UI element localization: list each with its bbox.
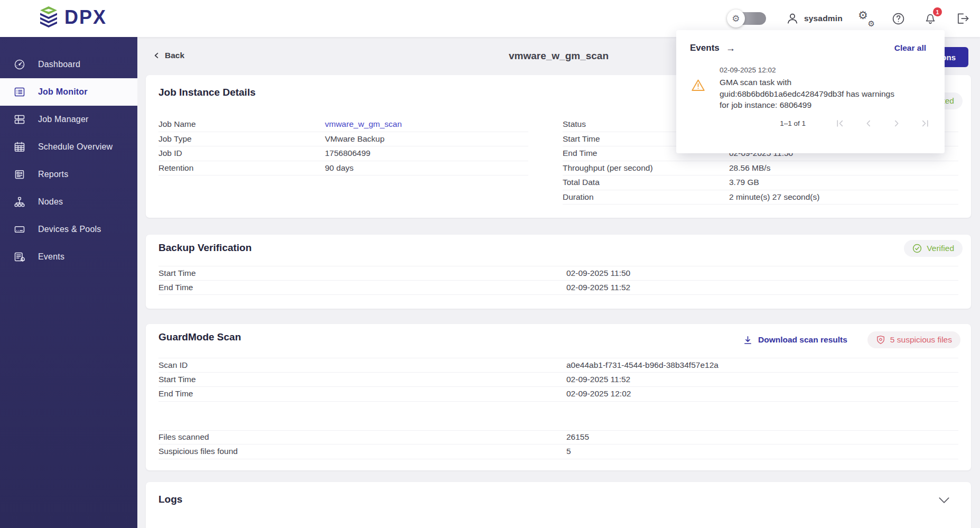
detail-row: End Time 02-09-2025 11:52 — [158, 281, 958, 295]
detail-row: Total Data 3.79 GB — [563, 175, 958, 190]
download-scan-results-link[interactable]: Download scan results — [743, 335, 847, 345]
events-popup: Events → Clear all 02-09-2025 12:02 GMA … — [676, 30, 945, 153]
schedule-icon — [13, 141, 26, 153]
sidebar-item-label: Dashboard — [38, 60, 80, 69]
detail-row: Job Type VMware Backup — [158, 132, 528, 147]
detail-row: Job ID 1756806499 — [158, 146, 528, 161]
sidebar-item-label: Job Manager — [38, 115, 89, 124]
dpx-logo-icon — [38, 6, 59, 29]
reports-icon — [13, 168, 26, 181]
row-label: End Time — [158, 283, 566, 292]
devices-icon — [13, 223, 26, 236]
clear-all-button[interactable]: Clear all — [894, 43, 926, 53]
event-message: guid:68b6bd6b1a6edc428479db3f has warnin… — [720, 88, 894, 100]
check-circle-icon — [912, 244, 922, 253]
detail-row: End Time 02-09-2025 12:02 — [158, 387, 958, 402]
sun-gear-icon: ⚙ — [727, 10, 745, 27]
user-icon — [786, 12, 799, 25]
event-item: 02-09-2025 12:02 GMA scan task with guid… — [690, 66, 930, 111]
logs-expand-button[interactable] — [938, 497, 950, 504]
event-message: GMA scan task with — [720, 77, 894, 88]
row-value: 5 — [566, 447, 571, 456]
previous-page-icon[interactable] — [864, 119, 873, 128]
detail-row: Scan ID a0e44ab1-f731-4544-b96d-38b34f57… — [158, 358, 958, 373]
sidebar-item-schedule-overview[interactable]: Schedule Overview — [0, 133, 137, 161]
row-value: 02-09-2025 11:52 — [566, 283, 630, 292]
sidebar-item-label: Job Monitor — [38, 87, 88, 97]
dpx-logo-text: DPX — [64, 8, 107, 27]
chevron-down-icon — [938, 497, 950, 504]
row-value: a0e44ab1-f731-4544-b96d-38b34f57e12a — [566, 360, 718, 370]
sidebar-item-nodes[interactable]: Nodes — [0, 188, 137, 216]
sidebar-item-label: Devices & Pools — [38, 225, 101, 234]
row-label: Start Time — [158, 268, 566, 278]
rows-gap — [158, 402, 958, 430]
sidebar-item-devices-pools[interactable]: Devices & Pools — [0, 216, 137, 243]
logout-icon — [955, 11, 970, 26]
row-value: 90 days — [325, 163, 353, 173]
events-arrow-icon[interactable]: → — [726, 43, 735, 53]
row-value: 02-09-2025 11:50 — [566, 268, 630, 278]
row-value: 28.56 MB/s — [729, 163, 770, 173]
logout-button[interactable] — [954, 8, 972, 29]
detail-row: Retention 90 days — [158, 161, 528, 176]
job-monitor-icon — [13, 86, 26, 98]
sidebar-item-dashboard[interactable]: Dashboard — [0, 51, 137, 78]
events-icon — [13, 251, 26, 263]
suspicious-files-badge[interactable]: 5 suspicious files — [867, 331, 960, 348]
row-label: Retention — [158, 163, 325, 173]
row-value: 02-09-2025 12:02 — [566, 389, 631, 399]
download-icon — [743, 335, 753, 345]
row-label: Job Name — [158, 119, 325, 129]
row-value: 3.79 GB — [729, 178, 759, 187]
row-label: Suspicious files found — [158, 447, 566, 456]
first-page-icon[interactable] — [835, 119, 844, 128]
help-button[interactable] — [889, 8, 907, 29]
last-page-icon[interactable] — [921, 119, 930, 128]
detail-row: Suspicious files found 5 — [158, 444, 958, 459]
sidebar-item-job-monitor[interactable]: Job Monitor — [0, 78, 137, 106]
detail-row: Job Name vmware_w_gm_scan — [158, 117, 528, 132]
event-message: for job instance: 6806499 — [720, 99, 894, 111]
sidebar-item-job-manager[interactable]: Job Manager — [0, 106, 137, 133]
row-label: Start Time — [158, 375, 566, 384]
verified-badge: Verified — [904, 240, 963, 257]
detail-row: Duration 2 minute(s) 27 second(s) — [563, 190, 958, 205]
events-pagination: 1–1 of 1 — [690, 119, 930, 128]
dpx-logo[interactable]: DPX — [38, 6, 107, 29]
sidebar-item-label: Schedule Overview — [38, 142, 113, 152]
sidebar-item-label: Events — [38, 252, 64, 262]
dashboard-icon — [13, 58, 26, 71]
row-value: 2 minute(s) 27 second(s) — [729, 192, 819, 202]
logs-card[interactable]: Logs — [146, 482, 971, 528]
detail-row: Files scanned 26155 — [158, 430, 958, 445]
row-value: VMware Backup — [325, 134, 385, 144]
row-label: Throughput (per second) — [563, 163, 729, 173]
details-left-column: Job Name vmware_w_gm_scan Job Type VMwar… — [158, 117, 528, 205]
next-page-icon[interactable] — [892, 119, 901, 128]
help-icon — [891, 12, 906, 26]
events-popup-header: Events → Clear all — [690, 43, 930, 53]
sidebar-item-reports[interactable]: Reports — [0, 161, 137, 188]
username-label: sysadmin — [804, 14, 843, 23]
user-menu[interactable]: sysadmin — [786, 12, 843, 25]
guardmode-scan-card: GuardMode Scan Download scan results 5 s… — [146, 324, 971, 470]
row-value: 02-09-2025 11:52 — [566, 375, 630, 384]
row-label: Job Type — [158, 134, 325, 144]
sidebar-item-events[interactable]: Events — [0, 243, 137, 271]
row-label: End Time — [158, 389, 566, 399]
notifications-button[interactable]: 1 — [921, 8, 939, 29]
settings-button[interactable]: ⚙⚙ — [857, 8, 875, 29]
gears-icon: ⚙⚙ — [857, 10, 875, 27]
job-name-link[interactable]: vmware_w_gm_scan — [325, 119, 402, 129]
card-title: Backup Verification — [158, 242, 958, 254]
event-timestamp: 02-09-2025 12:02 — [720, 66, 894, 74]
pagination-label: 1–1 of 1 — [780, 119, 806, 127]
row-label: Scan ID — [158, 360, 566, 370]
theme-toggle[interactable]: ⚙ — [727, 9, 771, 28]
backup-verification-card: Backup Verification Verified Start Time … — [146, 235, 971, 309]
sidebar-item-label: Nodes — [38, 197, 63, 207]
shield-virus-icon — [876, 335, 885, 345]
notification-count-badge: 1 — [933, 7, 942, 16]
event-content: 02-09-2025 12:02 GMA scan task with guid… — [720, 66, 894, 111]
